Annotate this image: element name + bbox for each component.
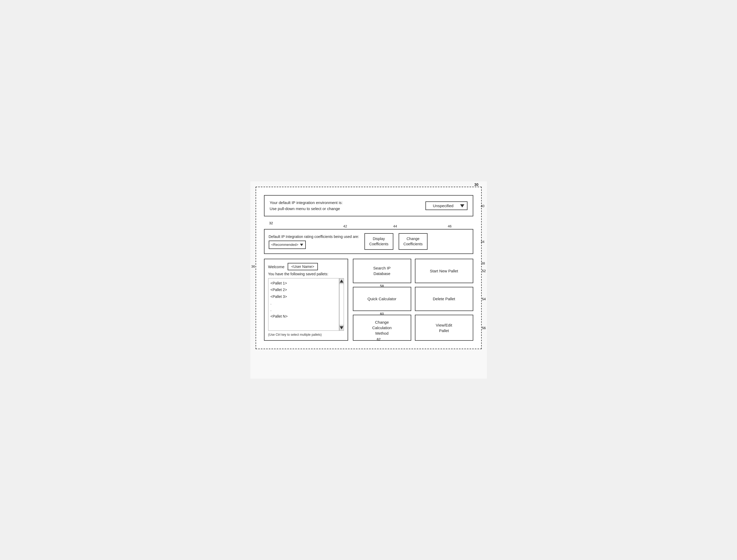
coeff-dropdown[interactable]: <Recommended> bbox=[269, 241, 306, 249]
start-pallet-wrap: Start New Pallet 52 bbox=[415, 259, 473, 283]
list-item[interactable]: <Pallet 2> bbox=[271, 287, 337, 293]
start-new-pallet-button[interactable]: Start New Pallet bbox=[415, 259, 473, 283]
list-item[interactable]: <Pallet 1> bbox=[271, 280, 337, 287]
buttons-row-3: Change Calculation Method View/Edit Pall… bbox=[353, 315, 473, 341]
ref-44: 44 bbox=[393, 224, 397, 228]
section-38-area: 38 36 Welcome <User Name> You have the f… bbox=[264, 259, 473, 341]
search-ip-wrap: Search IP Database 58 bbox=[353, 259, 411, 283]
ref-54: 54 bbox=[482, 297, 486, 301]
coeff-dropdown-value: <Recommended> bbox=[271, 242, 298, 247]
change-coefficients-button[interactable]: Change Coefficients bbox=[399, 233, 428, 250]
welcome-row: Welcome <User Name> bbox=[268, 263, 344, 270]
scroll-up-icon[interactable] bbox=[340, 279, 343, 283]
list-item[interactable]: <Pallet 3> bbox=[271, 293, 337, 300]
coeff-dropdown-arrow-icon bbox=[300, 244, 303, 246]
display-coefficients-button[interactable]: Display Coefficients bbox=[364, 233, 393, 250]
ref-52: 52 bbox=[482, 269, 486, 273]
environment-dropdown-value: Unspecified bbox=[429, 203, 458, 208]
section-40-panel: Your default IP integration environment … bbox=[264, 195, 473, 216]
buttons-row-1: Search IP Database 58 Start New Pallet 5… bbox=[353, 259, 473, 283]
pallet-list-container: <Pallet 1> <Pallet 2> <Pallet 3> . . <Pa… bbox=[268, 278, 344, 331]
ref-62: 62 bbox=[377, 337, 380, 341]
section-40-description: Your default IP integration environment … bbox=[270, 200, 343, 212]
ref-36: 36 bbox=[251, 264, 255, 268]
quick-calculator-button[interactable]: Quick Calculator bbox=[353, 287, 411, 311]
ref-34: 34 bbox=[481, 240, 484, 243]
section-34-panel: 42 44 46 Default IP Integration rating c… bbox=[264, 229, 473, 254]
panel-36: 36 Welcome <User Name> You have the foll… bbox=[264, 259, 348, 341]
quick-calc-wrap: Quick Calculator 60 bbox=[353, 287, 411, 311]
ref-38: 38 bbox=[481, 261, 485, 265]
section-40-line1: Your default IP integration environment … bbox=[270, 200, 343, 206]
ref-46: 46 bbox=[448, 224, 451, 228]
ref-40: 40 bbox=[481, 204, 484, 208]
section-40-line2: Use pull-down menu to select or change bbox=[270, 206, 343, 212]
search-ip-database-button[interactable]: Search IP Database bbox=[353, 259, 411, 283]
change-calc-wrap: Change Calculation Method bbox=[353, 315, 411, 341]
scroll-track bbox=[339, 284, 344, 325]
outer-box: 30 Your default IP integration environme… bbox=[256, 187, 482, 349]
ref-42: 42 bbox=[343, 224, 347, 228]
ref-32: 32 bbox=[269, 221, 273, 225]
environment-dropdown[interactable]: Unspecified bbox=[425, 201, 467, 210]
scroll-down-icon[interactable] bbox=[340, 326, 343, 329]
buttons-row-2: Quick Calculator 60 Delete Pallet 54 bbox=[353, 287, 473, 311]
ref-30: 30 bbox=[474, 182, 479, 187]
change-calculation-method-button[interactable]: Change Calculation Method bbox=[353, 315, 411, 341]
list-item[interactable]: <Pallet N> bbox=[271, 313, 337, 320]
saved-pallets-label: You have the following saved pallets: bbox=[268, 272, 344, 276]
welcome-label: Welcome bbox=[268, 264, 284, 269]
ctrl-hint: (Use Ctrl key to select multiple pallets… bbox=[268, 333, 344, 337]
pallet-scrollbar[interactable] bbox=[339, 278, 344, 331]
ref-56: 56 bbox=[482, 326, 486, 330]
coeff-label: Default IP Integration rating coefficien… bbox=[269, 234, 359, 249]
delete-pallet-wrap: Delete Pallet 54 bbox=[415, 287, 473, 311]
pallet-list[interactable]: <Pallet 1> <Pallet 2> <Pallet 3> . . <Pa… bbox=[268, 278, 339, 331]
list-item: . bbox=[271, 300, 337, 307]
view-edit-pallet-wrap: View/Edit Pallet 56 bbox=[415, 315, 473, 341]
right-buttons-area: Search IP Database 58 Start New Pallet 5… bbox=[353, 259, 473, 341]
page-container: 30 Your default IP integration environme… bbox=[250, 181, 487, 379]
dropdown-arrow-icon bbox=[460, 204, 464, 207]
delete-pallet-button[interactable]: Delete Pallet bbox=[415, 287, 473, 311]
username-display: <User Name> bbox=[288, 263, 318, 270]
view-edit-pallet-button[interactable]: View/Edit Pallet bbox=[415, 315, 473, 341]
list-item: . bbox=[271, 307, 337, 313]
